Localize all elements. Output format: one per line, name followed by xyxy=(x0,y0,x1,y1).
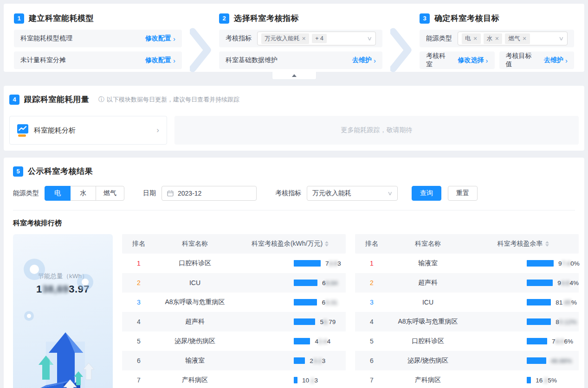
table-row: 4超声科56.79 xyxy=(122,312,346,331)
row-label: 考核目标值 xyxy=(506,52,538,69)
reset-button[interactable]: 重置 xyxy=(448,186,478,201)
rank-cell: 2 xyxy=(355,279,388,286)
search-button[interactable]: 查询 xyxy=(412,186,441,201)
value-bar xyxy=(294,260,321,267)
filter-bar: 能源类型 电水燃气 日期 2023-12 考核指标 万元收入能耗 ∨ 查询 重置 xyxy=(9,186,579,201)
table-row: 6泌尿/烧伤病区48.88% xyxy=(355,351,579,370)
date-value: 2023-12 xyxy=(178,190,201,197)
energy-multiselect[interactable]: 电✕水✕燃气✕∨ xyxy=(458,32,568,45)
value-part-redacted: .65 xyxy=(562,299,571,306)
step-3-column: 3 确定科室考核目标 能源类型 电✕水✕燃气✕∨ 考核科室 修改选择› xyxy=(420,13,574,73)
tag-close-icon[interactable]: ✕ xyxy=(302,36,306,42)
department-name-cell: 泌尿/烧伤病区 xyxy=(155,337,234,345)
value-bar xyxy=(294,280,317,286)
table-row: 3A8东呼吸与危重病区63.31 xyxy=(122,293,346,312)
value-bar xyxy=(527,377,531,383)
value-bar xyxy=(527,260,554,267)
ranking-title: 科室考核排行榜 xyxy=(9,219,579,228)
value-bar xyxy=(527,299,551,305)
column-header: 排名 xyxy=(355,240,388,248)
table-body: 1口腔科诊区73.932ICU68.843A8东呼吸与危重病区63.314超声科… xyxy=(122,254,346,388)
chevron-right-icon: › xyxy=(156,126,159,135)
energy-option-水[interactable]: 水 xyxy=(70,186,96,201)
energy-option-燃气[interactable]: 燃气 xyxy=(96,186,124,201)
column-header-label: 科室名称 xyxy=(182,240,208,248)
chevron-down-icon[interactable]: ∨ xyxy=(558,35,564,42)
value-part: 6 xyxy=(322,299,325,306)
rank-cell: 2 xyxy=(122,279,155,286)
modify-config-link[interactable]: 修改配置› xyxy=(145,34,175,43)
sort-icon[interactable] xyxy=(545,241,549,247)
value-part: 6 xyxy=(322,280,326,286)
column-header: 科室名称 xyxy=(155,240,234,248)
table-header-row: 排名科室名称科室考核盈余率 xyxy=(355,234,579,254)
step-3-title: 确定科室考核目标 xyxy=(434,13,499,24)
modify-select-link[interactable]: 修改选择› xyxy=(458,56,488,64)
energy-tag[interactable]: 水✕ xyxy=(484,33,503,44)
indicator-tag[interactable]: 万元收入能耗✕ xyxy=(261,33,309,44)
column-header[interactable]: 科室考核盈余率 xyxy=(467,240,579,248)
value-part-redacted: 4.6 xyxy=(561,280,570,286)
coming-soon-placeholder: 更多能耗跟踪，敬请期待 xyxy=(174,116,579,145)
more-tags-badge: + 4 xyxy=(312,34,327,43)
value-part: 7 xyxy=(552,338,556,345)
indicator-field-row: 考核指标 万元收入能耗✕ + 4∨ xyxy=(219,30,382,47)
value-text: 81.65% xyxy=(556,299,577,306)
value-bar xyxy=(294,318,315,325)
row-label: 科室能耗模型梳理 xyxy=(20,34,72,43)
energy-tag[interactable]: 燃气✕ xyxy=(505,33,530,44)
value-text: 48.88% xyxy=(551,357,572,364)
collapse-panel-button[interactable] xyxy=(272,72,317,80)
step-4-title: 跟踪科室能耗用量 xyxy=(24,94,89,105)
step-1-title: 建立科室能耗模型 xyxy=(29,13,94,24)
row-label: 未计量科室分摊 xyxy=(20,56,66,64)
value-text: 23.23 xyxy=(310,357,325,364)
tag-close-icon[interactable]: ✕ xyxy=(495,36,499,42)
department-name-cell: 口腔科诊区 xyxy=(388,337,467,345)
tag-close-icon[interactable]: ✕ xyxy=(473,36,478,42)
sort-icon[interactable] xyxy=(325,241,329,247)
value-text: 80.12% xyxy=(556,318,577,325)
department-name-cell: A8东呼吸与危重病区 xyxy=(388,318,467,326)
energy-option-电[interactable]: 电 xyxy=(45,186,71,201)
indicator-select[interactable]: 万元收入能耗 ∨ xyxy=(307,186,398,201)
value-cell: 81.65% xyxy=(467,299,579,306)
modify-config-link[interactable]: 修改配置› xyxy=(145,56,175,64)
chevron-down-icon[interactable]: ∨ xyxy=(367,35,372,42)
energy-analysis-card[interactable]: 科室能耗分析 › xyxy=(9,116,167,145)
step-2-title: 选择科室考核指标 xyxy=(234,13,299,24)
value-text: 74.06% xyxy=(552,338,573,345)
value-part-redacted: .1 xyxy=(309,377,314,384)
tag-close-icon[interactable]: ✕ xyxy=(522,36,526,42)
flow-arrow xyxy=(382,13,420,73)
value-part-redacted: 3.31 xyxy=(325,299,337,306)
indicator-value: 万元收入能耗 xyxy=(312,189,351,197)
column-header[interactable]: 科室考核盈余(kWh/万元) xyxy=(234,240,346,248)
column-header-label: 科室名称 xyxy=(415,240,441,248)
update-note: ⓘ 以下模块数据每日更新，建议每日查看并持续跟踪 xyxy=(98,95,239,104)
department-name-cell: ICU xyxy=(155,279,234,286)
savings-total-label: 节能总量（kWh） xyxy=(13,272,113,280)
department-name-cell: 超声科 xyxy=(388,279,467,287)
indicator-multiselect[interactable]: 万元收入能耗✕ + 4∨ xyxy=(257,32,376,45)
value-cell: 80.12% xyxy=(467,318,579,325)
go-maintain-link[interactable]: 去维护› xyxy=(352,56,376,64)
date-picker[interactable]: 2023-12 xyxy=(162,186,257,201)
value-part: 5 xyxy=(320,318,323,325)
energy-tag[interactable]: 电✕ xyxy=(462,33,481,44)
value-text: 10.13 xyxy=(302,377,318,384)
go-maintain-link[interactable]: 去维护› xyxy=(544,56,568,64)
table-row: 2ICU68.84 xyxy=(122,273,346,293)
step-2-badge: 2 xyxy=(219,13,229,24)
steps-panel: 1 建立科室能耗模型 科室能耗模型梳理 修改配置› 未计量科室分摊 修改配置› xyxy=(4,4,584,72)
chevron-right-icon: › xyxy=(173,57,175,64)
card-label: 科室能耗分析 xyxy=(34,126,151,135)
value-cell: 68.84 xyxy=(234,280,346,286)
base-data-row: 科室基础数据维护 去维护› xyxy=(219,51,382,69)
value-part: 4% xyxy=(570,280,579,286)
value-part-redacted: .2 xyxy=(543,377,548,384)
chart-icon xyxy=(17,124,28,137)
value-part: 7 xyxy=(325,260,329,267)
rank-cell: 5 xyxy=(355,337,388,345)
value-bar xyxy=(527,338,547,344)
